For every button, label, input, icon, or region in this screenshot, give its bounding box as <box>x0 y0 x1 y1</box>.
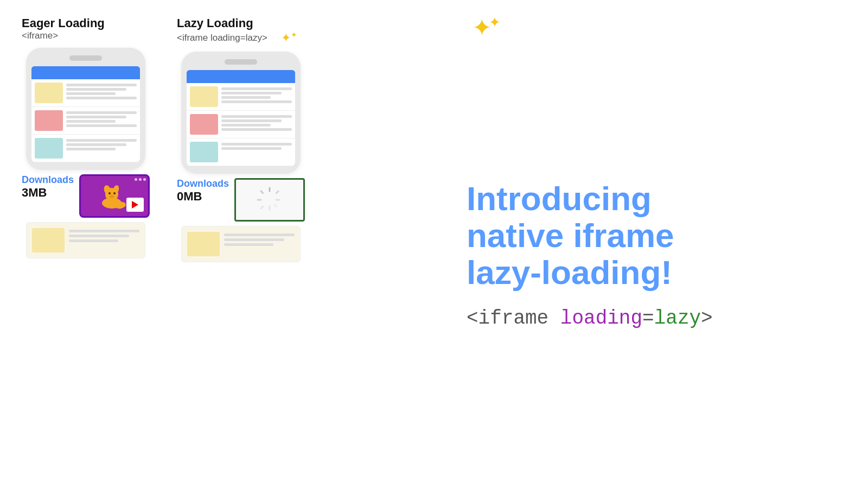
card-line <box>66 139 137 142</box>
play-button <box>126 198 144 212</box>
eager-loading-column: Eager Loading <iframe> <box>22 16 150 483</box>
lazy-below-fold-image <box>187 232 220 256</box>
card-line <box>221 128 292 131</box>
card-line <box>66 84 137 86</box>
lazy-card-lines-2 <box>221 114 292 131</box>
card-line <box>224 243 273 246</box>
lazy-phone <box>181 52 301 174</box>
eager-header: Eager Loading <iframe> <box>22 16 105 41</box>
card-line <box>224 233 295 236</box>
lazy-card-lines-3 <box>221 142 292 150</box>
lazy-downloads-section: Downloads 0MB <box>177 178 305 222</box>
card-line <box>221 143 292 146</box>
card-lines-3 <box>66 138 137 150</box>
card-line <box>66 111 137 114</box>
lazy-subtitle: <iframe loading=lazy> ✦✦ <box>177 30 297 45</box>
loading-spinner-icon <box>253 184 286 216</box>
right-section: Introducingnative iframelazy-loading! <i… <box>445 16 846 483</box>
code-iframe-open: <iframe <box>467 307 560 330</box>
eager-title: Eager Loading <box>22 16 105 30</box>
eager-below-fold-card <box>26 222 145 258</box>
content-card-3 <box>31 135 140 162</box>
dog-icon <box>100 182 129 210</box>
lazy-downloads-label: Downloads <box>177 178 229 190</box>
lazy-iframe-thumbnail <box>234 178 305 222</box>
phone-notch <box>69 55 102 61</box>
card-line <box>69 235 129 237</box>
card-lines-2 <box>66 110 137 127</box>
card-line <box>221 119 282 122</box>
card-lines-1 <box>66 83 137 99</box>
code-close: > <box>701 307 713 330</box>
card-line <box>66 88 126 91</box>
screen-header-bar <box>31 66 140 79</box>
lazy-below-fold-lines <box>224 232 295 256</box>
content-card-2 <box>31 107 140 135</box>
browser-dot <box>135 178 137 181</box>
eager-downloads-section: Downloads 3MB <box>22 174 150 218</box>
svg-point-6 <box>110 195 114 198</box>
card-line <box>221 96 271 99</box>
lazy-card-image-yellow <box>190 86 218 107</box>
eager-iframe-thumbnail <box>79 174 150 218</box>
card-image-yellow <box>35 83 63 103</box>
eager-downloads-label: Downloads <box>22 174 74 186</box>
eager-subtitle: <iframe> <box>22 30 105 41</box>
card-line <box>224 238 284 241</box>
card-line <box>221 92 282 94</box>
eager-downloads-text: Downloads 3MB <box>22 174 74 200</box>
lazy-card-image-teal <box>190 142 218 162</box>
lazy-title: Lazy Loading <box>177 16 297 30</box>
screen-content-lazy <box>187 83 295 166</box>
card-line <box>221 147 282 150</box>
svg-line-12 <box>261 191 265 195</box>
card-line <box>69 230 139 232</box>
intro-heading: Introducingnative iframelazy-loading! <box>467 180 846 292</box>
lazy-screen <box>187 70 295 166</box>
lazy-downloads-text: Downloads 0MB <box>177 178 229 204</box>
card-line <box>221 87 292 90</box>
play-triangle-icon <box>132 201 138 209</box>
lazy-content-card-2 <box>187 111 295 138</box>
below-fold-lines <box>69 228 139 252</box>
svg-line-13 <box>275 205 278 209</box>
card-line <box>221 124 271 127</box>
lazy-phone-notch <box>225 59 257 65</box>
below-fold-image <box>32 228 65 252</box>
card-line <box>66 120 116 123</box>
card-line <box>221 100 292 103</box>
browser-dot <box>143 178 146 181</box>
code-loading-attr: loading <box>560 307 642 330</box>
content-card-1 <box>31 79 140 107</box>
lazy-card-lines-1 <box>221 86 292 103</box>
lazy-loading-column: Lazy Loading <iframe loading=lazy> ✦✦ <box>177 16 305 483</box>
card-line <box>66 116 126 118</box>
card-line <box>66 92 116 95</box>
lazy-card-image-pink <box>190 114 218 135</box>
code-lazy-value: lazy <box>654 307 701 330</box>
svg-point-4 <box>108 192 111 194</box>
card-image-pink <box>35 110 63 131</box>
browser-dot <box>139 178 142 181</box>
eager-phone <box>26 48 145 170</box>
card-line <box>66 143 126 146</box>
svg-line-14 <box>275 191 278 195</box>
eager-downloads-size: 3MB <box>22 186 47 200</box>
card-line <box>66 97 137 99</box>
left-section: Eager Loading <iframe> <box>22 16 445 483</box>
code-snippet: <iframe loading=lazy> <box>467 307 846 330</box>
card-line <box>69 239 118 242</box>
card-line <box>66 148 116 150</box>
lazy-header: Lazy Loading <iframe loading=lazy> ✦✦ <box>177 16 297 45</box>
code-equals: = <box>642 307 654 330</box>
browser-dots <box>135 178 146 181</box>
card-image-teal <box>35 138 63 159</box>
svg-line-15 <box>261 205 265 209</box>
lazy-downloads-size: 0MB <box>177 190 202 204</box>
lazy-screen-header <box>187 70 295 83</box>
lazy-content-card-1 <box>187 83 295 111</box>
card-line <box>66 124 137 127</box>
eager-screen <box>31 66 140 162</box>
lazy-below-fold-card <box>181 226 301 262</box>
main-container: Eager Loading <iframe> <box>0 0 868 499</box>
